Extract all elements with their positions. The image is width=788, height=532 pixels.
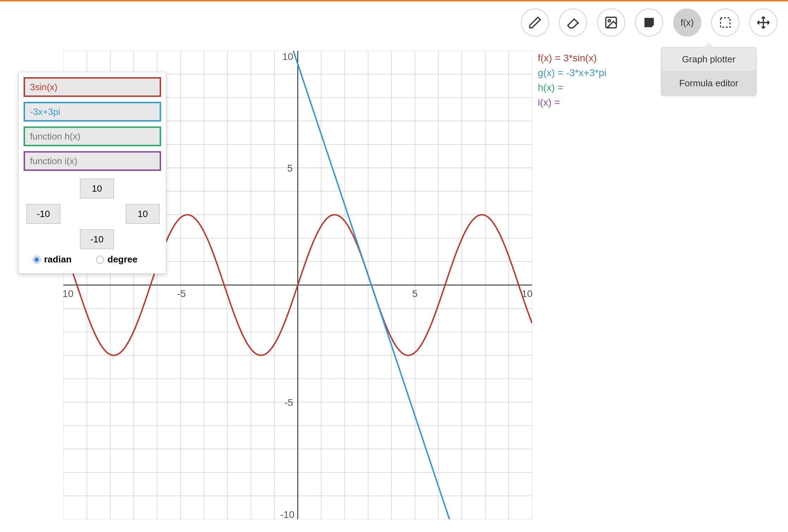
degree-option[interactable]: degree xyxy=(96,254,137,265)
svg-point-1 xyxy=(608,20,611,22)
svg-text:-10: -10 xyxy=(280,509,294,519)
svg-text:10: 10 xyxy=(282,51,293,62)
note-icon xyxy=(642,16,656,30)
svg-text:-5: -5 xyxy=(284,397,293,408)
range-controls xyxy=(24,179,161,246)
angle-mode: radian degree xyxy=(24,254,161,268)
move-icon xyxy=(756,16,770,30)
svg-rect-2 xyxy=(721,18,730,27)
move-tool[interactable] xyxy=(749,8,777,37)
fx-tool[interactable]: f(x) xyxy=(673,8,701,37)
ymin-input[interactable] xyxy=(80,229,114,249)
function-g-input[interactable] xyxy=(24,102,161,122)
eraser-icon xyxy=(566,16,580,30)
pencil-icon xyxy=(528,16,542,30)
note-tool[interactable] xyxy=(635,8,663,37)
function-f-input[interactable] xyxy=(24,77,161,97)
degree-radio[interactable] xyxy=(96,256,104,264)
fx-dropdown: Graph plotter Formula editor xyxy=(661,47,756,95)
select-icon xyxy=(718,16,732,30)
legend-h: h(x) = xyxy=(538,80,607,95)
image-tool[interactable] xyxy=(597,8,625,37)
image-icon xyxy=(604,16,618,30)
svg-text:-5: -5 xyxy=(177,288,186,299)
formula-editor-option[interactable]: Formula editor xyxy=(661,72,756,95)
svg-text:10: 10 xyxy=(522,288,532,299)
xmin-input[interactable] xyxy=(26,204,60,224)
legend-f: f(x) = 3*sin(x) xyxy=(538,51,607,66)
svg-text:-10: -10 xyxy=(63,288,73,299)
xmax-input[interactable] xyxy=(126,204,160,224)
function-i-input[interactable] xyxy=(24,151,161,171)
control-panel: radian degree xyxy=(18,72,166,274)
ymax-input[interactable] xyxy=(80,179,114,198)
legend-i: i(x) = xyxy=(538,95,607,110)
graph-plotter-option[interactable]: Graph plotter xyxy=(661,48,756,72)
fx-label: f(x) xyxy=(681,17,694,28)
radian-radio[interactable] xyxy=(33,256,41,264)
function-legend: f(x) = 3*sin(x) g(x) = -3*x+3*pi h(x) = … xyxy=(538,51,607,110)
svg-text:5: 5 xyxy=(412,288,418,299)
select-tool[interactable] xyxy=(711,8,739,37)
pencil-tool[interactable] xyxy=(521,8,549,37)
radian-option[interactable]: radian xyxy=(33,254,72,265)
toolbar: f(x) xyxy=(521,8,777,37)
legend-g: g(x) = -3*x+3*pi xyxy=(538,66,607,80)
function-h-input[interactable] xyxy=(24,126,161,146)
svg-text:5: 5 xyxy=(287,163,293,174)
eraser-tool[interactable] xyxy=(559,8,587,37)
